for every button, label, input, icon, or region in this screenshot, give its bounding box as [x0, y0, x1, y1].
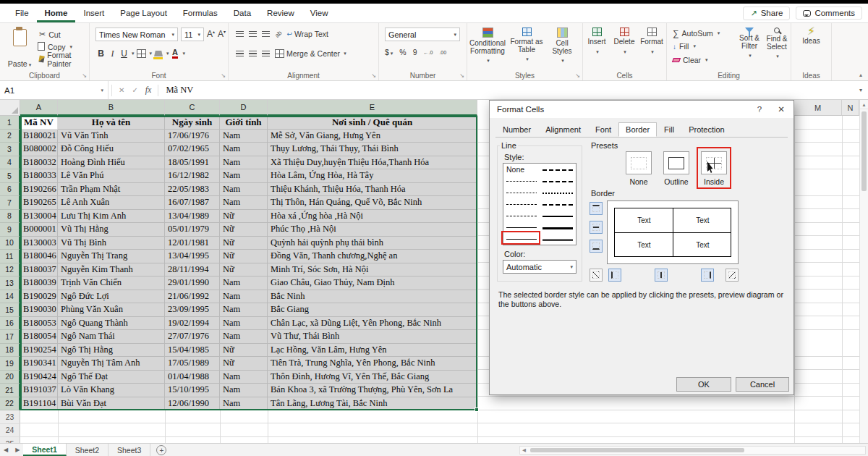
new-sheet-button[interactable]: +	[156, 445, 166, 455]
dialog-help-button[interactable]: ?	[749, 101, 770, 118]
cell[interactable]: Trần Phạm Nhật	[58, 183, 165, 197]
cell[interactable]: B190424	[20, 371, 58, 384]
line-style-option[interactable]	[540, 221, 576, 233]
cell[interactable]: Giao Châu, Giao Thủy, Nam Định	[268, 276, 477, 290]
cell[interactable]: Vũ Văn Tình	[58, 130, 165, 143]
merge-center-button[interactable]: Merge & Center▾	[275, 49, 346, 58]
formula-bar-expand-icon[interactable]: ▾	[854, 87, 868, 93]
ribbon-tab-data[interactable]: Data	[226, 4, 259, 22]
clear-button[interactable]: Clear▾	[673, 56, 708, 64]
cell[interactable]: 19/02/1994	[165, 317, 220, 331]
column-header-e[interactable]: E	[268, 100, 477, 116]
cell[interactable]: Thôn Đình, Hương Vĩ, Yên Thế, Bắc Giang	[268, 371, 477, 384]
cell[interactable]: Nam	[220, 156, 268, 170]
cell[interactable]: B180021	[20, 130, 58, 143]
vertical-scroll-thumb[interactable]	[861, 111, 867, 191]
column-header-m[interactable]: M	[794, 100, 842, 116]
sheet-tab-sheet3[interactable]: Sheet3	[109, 444, 150, 456]
row-header[interactable]: 25	[0, 437, 20, 443]
column-header-d[interactable]: D	[220, 100, 268, 116]
cell[interactable]: 12/06/1990	[165, 397, 220, 411]
cell[interactable]: Nam	[220, 276, 268, 290]
cell[interactable]: Nam	[220, 143, 268, 156]
cell[interactable]: Hoàng Đình Hiếu	[58, 156, 165, 170]
cell[interactable]: Quỳnh hải quỳnh phụ thái bình	[268, 237, 477, 250]
preset-inside-button[interactable]	[701, 151, 727, 174]
cell[interactable]: Trịnh Văn Chiến	[58, 276, 165, 290]
cell[interactable]: 16/12/1982	[165, 169, 220, 183]
cell[interactable]: Đồng Văn, Thanh chương,Nghệ an	[268, 250, 477, 263]
row-header[interactable]: 10	[0, 237, 20, 250]
line-style-option[interactable]	[503, 175, 540, 187]
cell[interactable]: Phùng Văn Xuân	[58, 303, 165, 317]
line-style-option[interactable]	[503, 187, 540, 198]
border-vertical-inside-button[interactable]	[655, 269, 668, 282]
preset-none-button[interactable]	[626, 151, 652, 174]
chevron-down-icon[interactable]: ▾	[150, 51, 153, 56]
row-header[interactable]: 21	[0, 384, 20, 397]
cell[interactable]: Nam	[220, 317, 268, 331]
border-bottom-button[interactable]	[590, 240, 603, 253]
border-diagonal-up-button[interactable]	[590, 269, 603, 282]
cancel-button[interactable]: Cancel	[736, 377, 789, 392]
cut-button[interactable]: ✂Cut	[38, 28, 89, 41]
line-style-option[interactable]	[540, 175, 576, 187]
clipboard-dialog-launcher-icon[interactable]: ↘	[82, 72, 87, 79]
cell[interactable]: B191104	[20, 397, 58, 411]
row-header[interactable]: 2	[0, 130, 20, 143]
tab-fill[interactable]: Fill	[657, 122, 681, 137]
cell[interactable]: 23/09/1995	[165, 303, 220, 317]
scroll-up-icon[interactable]: ▲	[860, 100, 868, 109]
cell[interactable]: B190254	[20, 344, 58, 358]
cell[interactable]: Lê Anh Xuân	[58, 196, 165, 210]
cell[interactable]: B180046	[20, 250, 58, 263]
active-cell-a1[interactable]: Mã NV	[20, 116, 58, 130]
cell[interactable]: Vũ Thư, Thái Bình	[268, 330, 477, 344]
cell[interactable]: Họ và tên	[58, 116, 165, 130]
line-style-option[interactable]	[503, 198, 540, 210]
styles-dialog-launcher-icon[interactable]: ↘	[575, 72, 580, 79]
font-dialog-launcher-icon[interactable]: ↘	[221, 72, 226, 79]
font-family-select[interactable]: Times New Roman▾	[95, 28, 178, 41]
cell[interactable]: Thụy Lương, Thái Thụy, Thái Bình	[268, 143, 477, 156]
border-diagonal-down-button[interactable]	[726, 269, 739, 282]
cell[interactable]: 05/01/1979	[165, 223, 220, 237]
comma-style-button[interactable]: 9	[413, 48, 417, 56]
decrease-decimal-icon[interactable]: .00	[439, 50, 446, 55]
align-bottom-icon[interactable]	[262, 31, 270, 37]
line-style-option[interactable]	[540, 187, 576, 198]
row-header[interactable]: 9	[0, 223, 20, 237]
cell[interactable]: B190265	[20, 196, 58, 210]
cell[interactable]: Ngô Đức Lợi	[58, 290, 165, 304]
row-header[interactable]: 7	[0, 196, 20, 210]
cell[interactable]: Minh Trí, Sóc Sơn, Hà Nội	[268, 263, 477, 277]
line-style-option[interactable]	[503, 210, 540, 221]
chevron-down-icon[interactable]: ▾	[183, 51, 186, 56]
ribbon-tab-view[interactable]: View	[302, 4, 336, 22]
font-size-select[interactable]: 11▾	[181, 28, 204, 41]
vertical-scrollbar[interactable]: ▲	[859, 100, 868, 443]
ribbon-tab-home[interactable]: Home	[37, 4, 76, 22]
enter-icon[interactable]: ✓	[128, 86, 141, 94]
cell[interactable]: Vũ Thị Hằng	[58, 223, 165, 237]
cell[interactable]: Phúc Thọ ,Hà Nội	[268, 223, 477, 237]
cell[interactable]: Đỗ Công Hiếu	[58, 143, 165, 156]
cell[interactable]: Nam	[220, 303, 268, 317]
cell[interactable]: 07/02/1965	[165, 143, 220, 156]
row-header[interactable]: 16	[0, 317, 20, 331]
cell[interactable]: Ngô Quang Thành	[58, 317, 165, 331]
row-header[interactable]: 23	[0, 410, 20, 424]
cell[interactable]: Tân Lãng, Lương Tài, Bắc Ninh	[268, 397, 477, 411]
underline-button[interactable]: U	[119, 47, 129, 60]
cell[interactable]: Thị Thôn, Hán Quảng, Quế Võ, Bắc Ninh	[268, 196, 477, 210]
line-style-none[interactable]: None	[503, 164, 540, 175]
autosum-button[interactable]: ∑AutoSum▾	[673, 28, 720, 38]
line-style-list[interactable]: None	[503, 163, 576, 245]
row-header[interactable]: 1	[0, 116, 20, 130]
sheet-tab-sheet1[interactable]: Sheet1	[23, 444, 66, 456]
horizontal-scrollbar[interactable]: ◀	[519, 446, 866, 455]
cell[interactable]: Nam	[220, 371, 268, 384]
cell[interactable]: B180033	[20, 169, 58, 183]
cell[interactable]: Hòa xá ,Ứng hòa ,Hà Nội	[268, 210, 477, 224]
cell[interactable]: Lưu Thị Kim Anh	[58, 210, 165, 224]
